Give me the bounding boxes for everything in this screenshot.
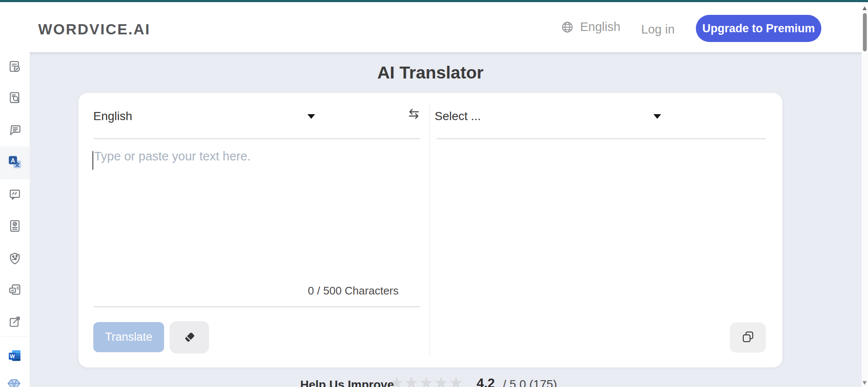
sidebar-item-ai-detector[interactable] <box>0 244 30 275</box>
resume-check-icon <box>8 219 22 235</box>
eraser-icon <box>182 330 197 345</box>
scroll-down-arrow-icon[interactable] <box>862 381 867 385</box>
character-counter: 0 / 500 Characters <box>229 284 399 297</box>
rating-suffix: / 5.0 (175) <box>503 378 557 387</box>
sidebar-item-resume-check[interactable] <box>0 212 30 242</box>
external-link-icon <box>8 314 22 331</box>
document-search-icon <box>8 91 22 107</box>
svg-text:A: A <box>11 157 15 164</box>
page-title: AI Translator <box>78 63 782 83</box>
text-cursor <box>92 151 93 170</box>
svg-text:W: W <box>10 353 15 359</box>
feedback-title: Help Us Improve <box>300 378 394 387</box>
star-icon[interactable]: ★ <box>449 373 463 387</box>
panel-divider <box>430 103 430 356</box>
swap-languages-button[interactable] <box>404 106 424 125</box>
source-language-dropdown[interactable]: English <box>93 109 132 123</box>
site-language-selector[interactable]: English <box>561 20 620 34</box>
sidebar-item-document-search[interactable] <box>0 84 30 114</box>
copy-output-button[interactable] <box>730 322 766 353</box>
target-dropdown-caret-icon[interactable] <box>653 114 661 119</box>
login-link[interactable]: Log in <box>641 22 675 36</box>
chat-lines-icon <box>8 123 22 139</box>
ms-word-icon: W <box>7 348 22 365</box>
document-check-icon <box>8 60 22 76</box>
shield-circuit-icon <box>8 252 22 268</box>
target-language-dropdown[interactable]: Select ... <box>435 109 481 123</box>
source-footer-underline <box>93 306 420 307</box>
wordvice-logo[interactable]: WORDVICE.AI <box>38 21 151 38</box>
ai-translator-page: WORDVICE.AI English Log in Upgrade to Pr… <box>0 0 868 387</box>
svg-text:AI: AI <box>11 289 14 292</box>
target-header-underline <box>437 138 766 139</box>
star-icon[interactable]: ★ <box>389 373 404 387</box>
sidebar-item-ai-translator[interactable]: A <box>0 148 30 178</box>
source-dropdown-caret-icon[interactable] <box>307 114 315 119</box>
source-header-underline <box>93 138 420 139</box>
upgrade-to-premium-button[interactable]: Upgrade to Premium <box>696 15 821 42</box>
star-icon[interactable]: ★ <box>404 373 419 387</box>
sidebar-item-quote-bubble[interactable] <box>0 180 30 211</box>
scroll-up-arrow-icon[interactable] <box>862 6 867 10</box>
sidebar-item-premium[interactable] <box>0 369 30 387</box>
sidebar-item-document-check[interactable] <box>0 53 30 83</box>
quote-bubble-icon <box>8 188 22 204</box>
translator-card: English 0 / 500 Characters Translate <box>78 93 782 367</box>
sidebar-item-word-addin[interactable]: W <box>0 341 30 372</box>
sidebar-item-ai-editor[interactable]: AI <box>0 275 30 306</box>
star-icon[interactable]: ★ <box>419 373 434 387</box>
site-language-label: English <box>580 20 620 34</box>
header: WORDVICE.AI English Log in Upgrade to Pr… <box>0 2 868 52</box>
tools-sidebar: A <box>0 52 30 387</box>
rating-stars: ★ ★ ★ ★ ★ <box>389 373 463 387</box>
sidebar-item-external-link[interactable] <box>0 307 30 338</box>
swap-arrows-icon <box>406 107 422 124</box>
ai-document-icon: AI <box>8 283 22 299</box>
globe-icon <box>561 20 574 34</box>
rating-score: 4.2 <box>477 376 495 387</box>
translate-icon: A <box>8 155 22 171</box>
sidebar-item-chat-message[interactable] <box>0 116 30 146</box>
scrollbar[interactable] <box>862 2 868 387</box>
copy-icon <box>740 329 756 346</box>
browser-top-strip <box>0 0 868 2</box>
translate-button[interactable]: Translate <box>93 322 164 352</box>
source-text-input[interactable] <box>94 149 391 277</box>
star-icon[interactable]: ★ <box>434 373 449 387</box>
erase-button[interactable] <box>170 321 209 353</box>
diamond-icon <box>5 376 23 387</box>
scrollbar-thumb[interactable] <box>863 13 867 51</box>
